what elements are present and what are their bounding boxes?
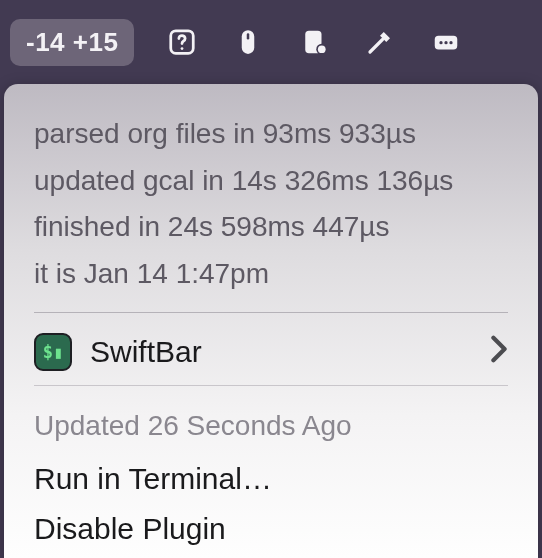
svg-point-1	[181, 47, 184, 50]
dropdown-panel: parsed org files in 93ms 933µs updated g…	[4, 84, 538, 558]
last-updated-label: Updated 26 Seconds Ago	[34, 410, 508, 442]
swiftbar-label: SwiftBar	[90, 335, 202, 369]
swiftbar-app-icon: $▮	[34, 333, 72, 371]
menubar: -14 +15	[0, 0, 542, 84]
help-icon[interactable]	[164, 24, 200, 60]
diff-badge[interactable]: -14 +15	[10, 19, 134, 66]
log-line: it is Jan 14 1:47pm	[34, 254, 508, 295]
svg-point-9	[445, 41, 448, 44]
hammer-icon[interactable]	[362, 24, 398, 60]
swiftbar-submenu[interactable]: $▮ SwiftBar	[34, 327, 508, 386]
svg-rect-3	[247, 33, 250, 39]
keyboard-icon[interactable]	[428, 24, 464, 60]
card-icon[interactable]	[296, 24, 332, 60]
log-line: finished in 24s 598ms 447µs	[34, 207, 508, 248]
svg-point-6	[318, 45, 326, 53]
log-line: updated gcal in 14s 326ms 136µs	[34, 161, 508, 202]
mouse-icon[interactable]	[230, 24, 266, 60]
svg-point-8	[440, 41, 443, 44]
run-in-terminal-item[interactable]: Run in Terminal…	[34, 454, 508, 504]
about-item[interactable]: About	[34, 554, 508, 558]
separator	[34, 312, 508, 313]
log-line: parsed org files in 93ms 933µs	[34, 114, 508, 155]
disable-plugin-item[interactable]: Disable Plugin	[34, 504, 508, 554]
chevron-right-icon	[490, 335, 508, 370]
svg-point-10	[450, 41, 453, 44]
